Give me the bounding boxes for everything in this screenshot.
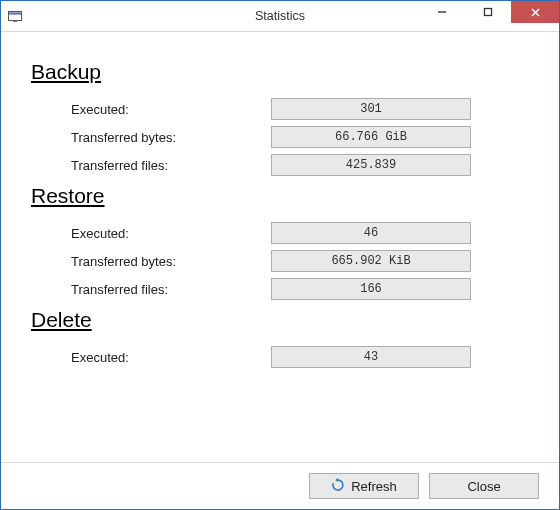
svg-rect-4: [485, 9, 492, 16]
backup-files-row: Transferred files: 425.839: [31, 154, 529, 176]
svg-rect-2: [13, 21, 17, 23]
maximize-button[interactable]: [465, 1, 511, 23]
restore-files-value: 166: [271, 278, 471, 300]
restore-bytes-label: Transferred bytes:: [31, 254, 271, 269]
footer: Refresh Close: [1, 462, 559, 509]
backup-executed-value: 301: [271, 98, 471, 120]
backup-bytes-label: Transferred bytes:: [31, 130, 271, 145]
delete-executed-value: 43: [271, 346, 471, 368]
refresh-icon: [331, 478, 345, 495]
backup-executed-label: Executed:: [31, 102, 271, 117]
restore-executed-row: Executed: 46: [31, 222, 529, 244]
restore-bytes-row: Transferred bytes: 665.902 KiB: [31, 250, 529, 272]
refresh-button-label: Refresh: [351, 479, 397, 494]
close-button[interactable]: Close: [429, 473, 539, 499]
backup-heading: Backup: [31, 60, 529, 84]
app-icon: [1, 10, 29, 22]
delete-executed-row: Executed: 43: [31, 346, 529, 368]
close-window-button[interactable]: [511, 1, 559, 23]
svg-marker-7: [336, 478, 339, 482]
minimize-button[interactable]: [419, 1, 465, 23]
backup-bytes-value: 66.766 GiB: [271, 126, 471, 148]
window-controls: [419, 1, 559, 31]
restore-executed-value: 46: [271, 222, 471, 244]
content-area: Backup Executed: 301 Transferred bytes: …: [1, 32, 559, 462]
statistics-window: Statistics Backup Executed: 301 Transfer: [0, 0, 560, 510]
restore-bytes-value: 665.902 KiB: [271, 250, 471, 272]
backup-files-value: 425.839: [271, 154, 471, 176]
refresh-button[interactable]: Refresh: [309, 473, 419, 499]
backup-executed-row: Executed: 301: [31, 98, 529, 120]
close-button-label: Close: [467, 479, 500, 494]
delete-executed-label: Executed:: [31, 350, 271, 365]
titlebar: Statistics: [1, 1, 559, 32]
backup-files-label: Transferred files:: [31, 158, 271, 173]
delete-heading: Delete: [31, 308, 529, 332]
restore-files-label: Transferred files:: [31, 282, 271, 297]
backup-bytes-row: Transferred bytes: 66.766 GiB: [31, 126, 529, 148]
restore-files-row: Transferred files: 166: [31, 278, 529, 300]
restore-executed-label: Executed:: [31, 226, 271, 241]
svg-rect-1: [9, 12, 22, 15]
restore-heading: Restore: [31, 184, 529, 208]
